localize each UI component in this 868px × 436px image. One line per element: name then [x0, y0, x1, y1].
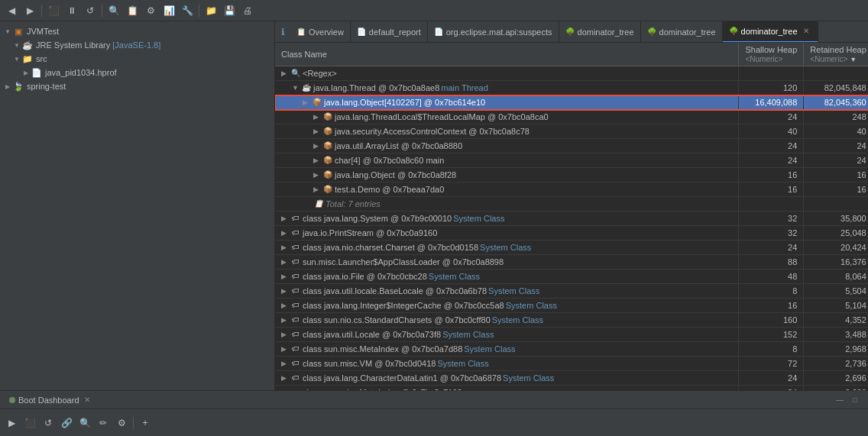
table-row[interactable]: ▶🏷class sun.misc.VM @ 0x7bc0d0418 System…	[275, 357, 868, 371]
toolbar-sep-2	[102, 5, 102, 17]
bottom-btn-1[interactable]: ▶	[3, 415, 20, 431]
row-expand-arrow[interactable]: ▶	[281, 302, 289, 309]
boot-dashboard-dot	[9, 397, 15, 403]
row-expand-arrow[interactable]: ▶	[313, 186, 321, 193]
boot-dashboard-tab[interactable]: Boot Dashboard ✕	[3, 392, 96, 409]
tab-overview[interactable]: 📋 Overview	[290, 21, 351, 43]
toolbar-btn-open[interactable]: 📁	[202, 2, 219, 19]
tab-dominator3[interactable]: 🌳 dominator_tree ✕	[723, 21, 818, 43]
boot-dashboard-label: Boot Dashboard	[18, 396, 79, 405]
table-row[interactable]: ▶🏷class java.lang.Integer$IntegerCache @…	[275, 299, 868, 313]
cell-shallow-heap: 16	[739, 182, 804, 197]
cell-shallow-heap: 72	[739, 357, 804, 371]
minimize-button[interactable]: —	[833, 393, 847, 407]
maximize-button[interactable]: □	[848, 393, 862, 407]
toolbar-btn-back[interactable]: ◀	[3, 2, 20, 19]
cell-shallow-heap: 120	[739, 81, 804, 95]
bottom-btn-2[interactable]: ⬛	[21, 415, 38, 431]
tab-close-button[interactable]: ✕	[801, 26, 811, 37]
row-expand-arrow[interactable]: ▶	[281, 244, 289, 251]
table-row[interactable]: ▶🏷class java.lang.System @ 0x7b9c00010 S…	[275, 212, 868, 226]
cell-name-content: ▶📦java.lang.ThreadLocal$ThreadLocalMap @…	[281, 111, 732, 122]
tree-item-src[interactable]: ▼ 📁 src	[0, 52, 274, 66]
boot-dashboard-close[interactable]: ✕	[84, 396, 90, 404]
cell-name-content: ▼☕java.lang.Thread @ 0x7bc0a8ae8 main Th…	[281, 82, 732, 93]
content-area: ℹ 📋 Overview 📄 default_report 📄 org.ecli…	[275, 21, 868, 390]
row-expand-arrow[interactable]: ▶	[281, 374, 289, 382]
col-header-retained[interactable]: Retained Heap <Numeric>	[804, 43, 868, 66]
tree-item-jre[interactable]: ▼ ☕ JRE System Library [JavaSE-1.8]	[0, 38, 274, 52]
row-expand-arrow[interactable]: ▶	[313, 142, 321, 150]
tab-dominator2[interactable]: 🌳 dominator_tree	[641, 21, 723, 43]
toolbar-btn-tools[interactable]: 🔧	[179, 2, 196, 19]
row-expand-arrow[interactable]: ▶	[281, 287, 289, 295]
row-expand-arrow[interactable]: ▶	[281, 229, 289, 237]
toolbar-btn-refresh[interactable]: ↺	[82, 2, 99, 19]
row-expand-arrow[interactable]: ▶	[281, 360, 289, 367]
toolbar-btn-pause[interactable]: ⏸	[63, 2, 80, 19]
hprof-icon: 📄	[31, 66, 43, 79]
toolbar-btn-search[interactable]: 🔍	[105, 2, 122, 19]
table-row[interactable]: ▶🏷class java.lang.CharacterDataLatin1 @ …	[275, 371, 868, 386]
bottom-btn-add[interactable]: +	[137, 415, 154, 431]
table-row[interactable]: ▶📦java.util.ArrayList @ 0x7bc0a888024240…	[275, 139, 868, 153]
toolbar-btn-copy[interactable]: 📋	[124, 2, 141, 19]
row-expand-arrow[interactable]: ▶	[281, 273, 289, 280]
table-row[interactable]: ▶📦test.a.Demo @ 0x7beaa7da016160.0	[275, 182, 868, 197]
table-row[interactable]: ▶🏷class java.nio.charset.Charset @ 0x7bc…	[275, 241, 868, 255]
bottom-btn-3[interactable]: ↺	[40, 415, 57, 431]
tree-item-jvmtest[interactable]: ▼ ▣ JVMTest	[0, 24, 274, 38]
row-expand-arrow[interactable]: ▼	[292, 84, 300, 92]
toolbar-btn-print[interactable]: 🖨	[239, 2, 256, 19]
toolbar-btn-save[interactable]: 💾	[221, 2, 238, 19]
row-expand-arrow[interactable]: ▶	[281, 331, 289, 338]
bottom-btn-4[interactable]: 🔗	[58, 415, 75, 431]
bottom-status	[155, 421, 865, 425]
row-expand-arrow[interactable]: ▶	[313, 171, 321, 179]
bottom-btn-6[interactable]: ✏	[95, 415, 112, 431]
tree-label-hprof: java_pid1034.hprof	[45, 68, 117, 77]
table-row[interactable]: ▶📦char[4] @ 0x7bc0a8c60 main24240.0	[275, 153, 868, 168]
table-row[interactable]: ▶📦java.lang.Object @ 0x7bc0a8f2816160.0	[275, 168, 868, 182]
table-row[interactable]: ▶🔍<Regex>	[275, 66, 868, 81]
row-expand-arrow[interactable]: ▶	[281, 215, 289, 222]
row-expand-arrow[interactable]: ▶	[281, 258, 289, 266]
table-row[interactable]: ▶🏷java.io.PrintStream @ 0x7bc0a91603225,…	[275, 226, 868, 241]
row-type-icon: 📦	[322, 184, 333, 195]
toolbar-btn-stop[interactable]: ⬛	[45, 2, 62, 19]
table-row[interactable]: ▶🏷class java.util.Locale @ 0x7bc0a73f8 S…	[275, 328, 868, 342]
table-row[interactable]: ▶📦java.lang.ThreadLocal$ThreadLocalMap @…	[275, 110, 868, 124]
table-row[interactable]: ▶🏷class java.io.File @ 0x7bc0cbc28 Syste…	[275, 270, 868, 284]
tree-item-hprof[interactable]: ▶ 📄 java_pid1034.hprof	[0, 66, 274, 79]
bottom-btn-7[interactable]: ⚙	[113, 415, 130, 431]
table-row[interactable]: ▶🏷sun.misc.Launcher$AppClassLoader @ 0x7…	[275, 255, 868, 270]
col-header-shallow[interactable]: Shallow Heap <Numeric>	[739, 43, 804, 66]
tab-suspects[interactable]: 📄 org.eclipse.mat.api:suspects	[428, 21, 559, 43]
row-expand-arrow[interactable]: ▶	[281, 316, 289, 324]
col-header-name[interactable]: Class Name	[275, 43, 739, 66]
row-expand-arrow[interactable]: ▶	[281, 345, 289, 353]
table-row[interactable]: ▶🏷class sun.nio.cs.StandardCharsets @ 0x…	[275, 313, 868, 328]
row-expand-arrow[interactable]: ▶	[313, 157, 321, 164]
table-row[interactable]: ▶📦java.lang.Object[4102267] @ 0x7bc614e1…	[275, 95, 868, 110]
tree-item-spring[interactable]: ▶ 🍃 spring-test	[0, 79, 274, 93]
tab-dominator1[interactable]: 🌳 dominator_tree	[559, 21, 641, 43]
row-expand-arrow[interactable]: ▶	[303, 99, 310, 106]
tree-label-src: src	[36, 54, 47, 63]
bottom-btn-5[interactable]: 🔍	[76, 415, 93, 431]
toolbar-btn-chart[interactable]: 📊	[160, 2, 177, 19]
row-expand-arrow[interactable]: ▶	[313, 113, 321, 121]
bottom-panel: Boot Dashboard ✕ — □ ▶ ⬛ ↺ 🔗 🔍 ✏ ⚙ +	[0, 390, 868, 436]
row-type-icon: 📦	[322, 126, 333, 137]
toolbar-btn-settings[interactable]: ⚙	[142, 2, 159, 19]
toolbar-btn-forward[interactable]: ▶	[21, 2, 38, 19]
table-row[interactable]: ▶📦java.security.AccessControlContext @ 0…	[275, 124, 868, 139]
row-expand-arrow[interactable]: ▶	[281, 69, 289, 77]
cell-retained-heap: 16,376	[804, 255, 868, 270]
table-row[interactable]: ▶🏷class java.util.locale.BaseLocale @ 0x…	[275, 284, 868, 299]
table-row[interactable]: ▼☕java.lang.Thread @ 0x7bc0a8ae8 main Th…	[275, 81, 868, 95]
table-row[interactable]: ▶🏷class sun.misc.MetaIndex @ 0x7bc0a7d88…	[275, 342, 868, 357]
row-expand-arrow[interactable]: ▶	[313, 128, 321, 135]
tab-default-report[interactable]: 📄 default_report	[351, 21, 428, 43]
table-row[interactable]: 📋Total: 7 entries	[275, 197, 868, 212]
